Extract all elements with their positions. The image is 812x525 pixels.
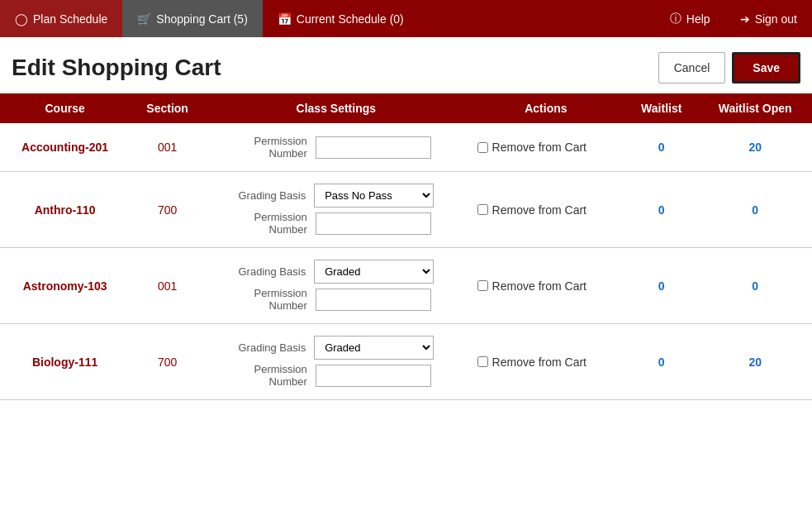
plan-schedule-label: Plan Schedule: [33, 12, 107, 26]
signout-icon: ➔: [740, 12, 750, 26]
table-row: Biology-111700Grading BasisGradedPass No…: [0, 324, 812, 400]
page-title: Edit Shopping Cart: [12, 55, 221, 81]
course-link[interactable]: Biology-111: [32, 356, 97, 369]
waitlist-value: 0: [658, 356, 665, 369]
calendar-icon: 📅: [278, 12, 292, 26]
remove-from-cart-checkbox[interactable]: [477, 142, 488, 153]
waitlist-cell: 0: [624, 248, 698, 324]
header-action-buttons: Cancel Save: [658, 52, 800, 84]
section-cell: 001: [130, 248, 205, 324]
remove-from-cart-label[interactable]: Remove from Cart: [477, 203, 615, 217]
grading-basis-row: Grading BasisGradedPass No PassCredit/No…: [215, 260, 458, 284]
grading-basis-label: Grading Basis: [239, 341, 306, 354]
sign-out-nav[interactable]: ➔ Sign out: [725, 0, 812, 37]
waitlist-open-value: 0: [752, 203, 758, 217]
section-cell: 001: [130, 123, 205, 172]
table-header-row: Course Section Class Settings Actions Wa…: [0, 93, 812, 123]
help-label: Help: [686, 12, 710, 26]
col-waitlist-open: Waitlist Open: [698, 93, 812, 123]
nav-right-section: ⓘ Help ➔ Sign out: [655, 0, 812, 37]
col-course: Course: [0, 93, 130, 123]
remove-from-cart-checkbox[interactable]: [477, 356, 488, 367]
waitlist-open-value: 20: [748, 356, 762, 369]
class-settings-cell: PermissionNumber: [205, 123, 468, 172]
section-cell: 700: [130, 324, 205, 400]
grading-basis-row: Grading BasisGradedPass No PassCredit/No…: [215, 336, 458, 360]
actions-cell: Remove from Cart: [468, 324, 625, 400]
class-settings-cell: Grading BasisGradedPass No PassCredit/No…: [205, 248, 468, 324]
permission-number-input[interactable]: [316, 136, 431, 159]
permission-number-label: PermissionNumber: [241, 287, 307, 312]
waitlist-cell: 0: [624, 324, 698, 400]
grading-basis-select[interactable]: GradedPass No PassCredit/No Credit: [314, 260, 434, 284]
cart-icon: 🛒: [137, 12, 151, 26]
section-number: 001: [158, 141, 177, 154]
table-row: Astronomy-103001Grading BasisGradedPass …: [0, 248, 812, 324]
grading-basis-label: Grading Basis: [239, 265, 306, 278]
top-navigation: ◯ Plan Schedule 🛒 Shopping Cart (5) 📅 Cu…: [0, 0, 812, 37]
shopping-cart-label: Shopping Cart (5): [156, 12, 248, 26]
actions-cell: Remove from Cart: [468, 123, 625, 172]
permission-number-input[interactable]: [316, 212, 431, 235]
current-schedule-label: Current Schedule (0): [297, 12, 404, 26]
permission-number-input[interactable]: [316, 365, 431, 387]
permission-number-row: PermissionNumber: [215, 287, 458, 312]
plan-icon: ◯: [15, 12, 28, 26]
grading-basis-select[interactable]: GradedPass No PassCredit/No Credit: [314, 336, 434, 360]
cart-table: Course Section Class Settings Actions Wa…: [0, 93, 812, 400]
page-header: Edit Shopping Cart Cancel Save: [0, 37, 812, 93]
waitlist-value: 0: [658, 203, 665, 217]
remove-from-cart-text: Remove from Cart: [492, 141, 586, 154]
course-cell: Accounting-201: [0, 123, 130, 172]
col-actions: Actions: [468, 93, 625, 123]
course-link[interactable]: Astronomy-103: [23, 279, 107, 293]
plan-schedule-nav[interactable]: ◯ Plan Schedule: [0, 0, 122, 37]
shopping-cart-nav[interactable]: 🛒 Shopping Cart (5): [122, 0, 263, 37]
current-schedule-nav[interactable]: 📅 Current Schedule (0): [263, 0, 419, 37]
waitlist-value: 0: [658, 279, 665, 293]
remove-from-cart-label[interactable]: Remove from Cart: [477, 356, 615, 369]
col-class-settings: Class Settings: [205, 93, 468, 123]
permission-number-label: PermissionNumber: [241, 363, 307, 388]
waitlist-open-cell: 0: [698, 172, 812, 248]
sign-out-label: Sign out: [755, 12, 797, 26]
permission-number-label: PermissionNumber: [241, 211, 307, 236]
permission-number-input[interactable]: [316, 289, 431, 311]
remove-from-cart-checkbox[interactable]: [477, 204, 488, 215]
course-cell: Anthro-110: [0, 172, 130, 248]
section-number: 700: [158, 356, 177, 369]
section-number: 700: [158, 203, 177, 217]
remove-from-cart-text: Remove from Cart: [492, 203, 586, 217]
course-cell: Biology-111: [0, 324, 130, 400]
cancel-button[interactable]: Cancel: [658, 52, 726, 84]
section-cell: 700: [130, 172, 205, 248]
permission-number-row: PermissionNumber: [215, 363, 458, 388]
waitlist-open-cell: 20: [698, 324, 812, 400]
waitlist-cell: 0: [624, 123, 698, 172]
waitlist-cell: 0: [624, 172, 698, 248]
table-row: Accounting-201001PermissionNumberRemove …: [0, 123, 812, 172]
save-button[interactable]: Save: [732, 52, 800, 84]
remove-from-cart-text: Remove from Cart: [492, 356, 586, 369]
waitlist-open-cell: 0: [698, 248, 812, 324]
help-icon: ⓘ: [670, 12, 681, 26]
grading-basis-select[interactable]: Pass No PassGradedCredit/No Credit: [314, 184, 434, 208]
help-nav[interactable]: ⓘ Help: [655, 0, 725, 37]
col-waitlist: Waitlist: [624, 93, 698, 123]
waitlist-open-cell: 20: [698, 123, 812, 172]
course-link[interactable]: Anthro-110: [35, 203, 96, 217]
remove-from-cart-label[interactable]: Remove from Cart: [477, 279, 615, 293]
course-link[interactable]: Accounting-201: [21, 141, 108, 154]
permission-number-label: PermissionNumber: [241, 135, 307, 160]
actions-cell: Remove from Cart: [468, 248, 625, 324]
remove-from-cart-checkbox[interactable]: [477, 280, 488, 291]
col-section: Section: [130, 93, 205, 123]
grading-basis-label: Grading Basis: [239, 189, 306, 202]
section-number: 001: [158, 279, 177, 293]
waitlist-value: 0: [658, 141, 665, 154]
waitlist-open-value: 0: [752, 279, 758, 293]
remove-from-cart-label[interactable]: Remove from Cart: [477, 141, 615, 154]
course-cell: Astronomy-103: [0, 248, 130, 324]
waitlist-open-value: 20: [748, 141, 762, 154]
permission-number-row: PermissionNumber: [215, 211, 458, 236]
